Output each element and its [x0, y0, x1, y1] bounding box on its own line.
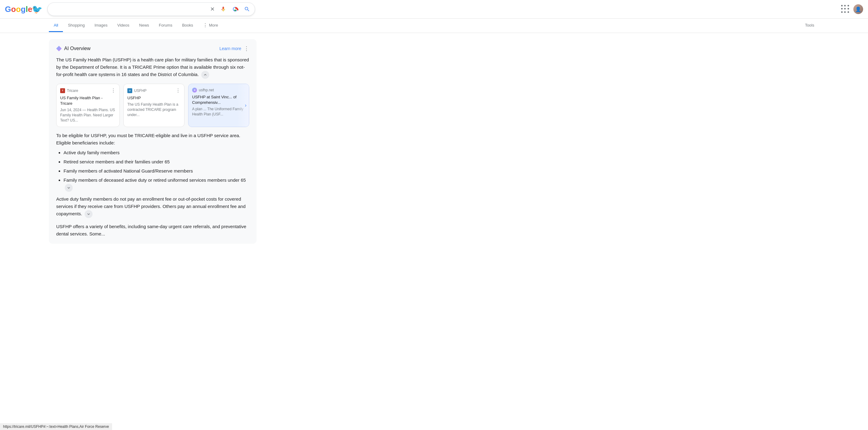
avatar-image: 👤 — [853, 4, 863, 14]
source-name-1: Tricare — [67, 89, 78, 93]
source-snippet-1: Jun 14, 2024 — Health Plans. US Family H… — [60, 108, 116, 123]
tab-tools[interactable]: Tools — [800, 19, 819, 32]
tab-images[interactable]: Images — [90, 19, 113, 32]
list-item-4: Family members of deceased active duty o… — [64, 177, 249, 192]
tab-news[interactable]: News — [134, 19, 154, 32]
google-logo-link[interactable]: Google — [5, 5, 32, 14]
logo-l: l — [26, 5, 28, 14]
source-card-usfhpnet[interactable]: ✦ usfhp.net USFHP at Saint Vinc... of Co… — [188, 84, 249, 127]
tab-books[interactable]: Books — [177, 19, 198, 32]
tab-all[interactable]: All — [49, 19, 63, 32]
list-item-3: Family members of activated National Gua… — [64, 167, 249, 175]
doodle-bird: 🐦 — [32, 4, 42, 14]
ai-benefits-paragraph: USFHP offers a variety of benefits, incl… — [56, 223, 249, 238]
collapse-eligibility-button[interactable] — [65, 184, 73, 192]
source-card-header-3: ✦ usfhp.net — [192, 88, 245, 93]
ai-more-options-button[interactable]: ⋮ — [244, 45, 249, 52]
ai-intro-text-content: The US Family Health Plan (USFHP) is a h… — [56, 57, 249, 77]
chevron-up-icon — [203, 72, 208, 77]
google-lens-icon — [232, 6, 239, 12]
tab-more[interactable]: ⋮ More — [198, 19, 223, 33]
ai-overview-title: AI Overview — [56, 46, 90, 51]
source-info-2: U USFHP — [127, 88, 147, 93]
source-card-tricare[interactable]: T Tricare ⋮ US Family Health Plan - Tric… — [56, 84, 120, 127]
collapse-active-duty-button[interactable] — [85, 210, 93, 218]
ai-active-duty-paragraph: Active duty family members do not pay an… — [56, 195, 249, 218]
eligibility-intro-text: To be eligible for USFHP, you must be TR… — [56, 133, 240, 145]
header-right: 👤 — [840, 4, 863, 15]
source-name-2: USFHP — [134, 89, 147, 93]
list-item-2: Retired service members and their famili… — [64, 158, 249, 165]
card-options-icon-2[interactable]: ⋮ — [176, 88, 181, 93]
source-info-1: T Tricare — [60, 88, 78, 93]
search-submit-button[interactable] — [243, 5, 251, 13]
apps-button[interactable] — [840, 4, 851, 15]
learn-more-button[interactable]: Learn more — [219, 46, 241, 51]
list-item-4-text: Family members of deceased active duty o… — [64, 178, 246, 183]
source-snippet-3: A plan ... The Uniformed Family Health P… — [192, 106, 245, 117]
ai-overview-actions: Learn more ⋮ — [219, 45, 249, 52]
ai-overview-header: AI Overview Learn more ⋮ — [56, 45, 249, 52]
source-card-header-2: U USFHP ⋮ — [127, 88, 181, 93]
source-info-3: ✦ usfhp.net — [192, 88, 214, 93]
lens-search-button[interactable] — [230, 5, 240, 14]
main-content: AI Overview Learn more ⋮ The US Family H… — [0, 33, 868, 256]
tab-shopping[interactable]: Shopping — [63, 19, 90, 32]
logo-g: G — [5, 5, 11, 14]
source-snippet-2: The US Family Health Plan is a contracte… — [127, 102, 181, 117]
usfhpnet-favicon: ✦ — [192, 88, 197, 93]
results-column: AI Overview Learn more ⋮ The US Family H… — [49, 39, 256, 250]
collapse-intro-button[interactable] — [201, 71, 209, 79]
clear-icon: ✕ — [210, 6, 215, 12]
search-bar-container: what is us family health plan ✕ — [47, 2, 255, 16]
nav-tabs: All Shopping Images Videos News Forums B… — [0, 19, 868, 33]
source-title-3: USFHP at Saint Vinc... of Comprehensiv..… — [192, 94, 245, 105]
avatar[interactable]: 👤 — [853, 4, 863, 14]
logo-o2: o — [16, 5, 21, 14]
ai-eligibility: To be eligible for USFHP, you must be TR… — [56, 132, 249, 192]
source-title-1: US Family Health Plan - Tricare — [60, 95, 116, 106]
source-title-2: USFHP — [127, 95, 181, 101]
logo-g2: g — [21, 5, 26, 14]
source-cards: T Tricare ⋮ US Family Health Plan - Tric… — [56, 84, 249, 127]
chevron-down-icon-2 — [86, 212, 91, 217]
ai-intro-text: The US Family Health Plan (USFHP) is a h… — [56, 56, 249, 79]
header: Google 🐦 what is us family health plan ✕ — [0, 0, 868, 19]
source-card-usfhp[interactable]: U USFHP ⋮ USFHP The US Family Health Pla… — [123, 84, 184, 127]
chevron-down-icon — [66, 185, 71, 190]
source-name-3: usfhp.net — [199, 88, 214, 92]
logo-area: Google 🐦 — [5, 4, 42, 14]
ai-diamond-icon — [56, 46, 62, 51]
mic-icon — [220, 6, 226, 12]
tab-more-label: More — [209, 23, 218, 28]
eligibility-list: Active duty family members Retired servi… — [56, 149, 249, 192]
tricare-favicon: T — [60, 88, 65, 93]
ai-overview: AI Overview Learn more ⋮ The US Family H… — [49, 39, 256, 244]
ai-overview-title-text: AI Overview — [64, 46, 90, 51]
clear-button[interactable]: ✕ — [209, 5, 216, 14]
apps-grid-icon — [841, 5, 850, 13]
svg-point-1 — [234, 9, 236, 11]
ai-benefits-text: USFHP offers a variety of benefits, incl… — [56, 224, 246, 236]
usfhp-favicon: U — [127, 88, 132, 93]
voice-search-button[interactable] — [219, 5, 227, 13]
search-icon — [244, 6, 250, 12]
source-card-header-1: T Tricare ⋮ — [60, 88, 116, 93]
card-arrow-icon: › — [245, 102, 246, 108]
search-icons: ✕ — [209, 5, 251, 14]
more-dots-icon: ⋮ — [203, 22, 208, 28]
list-item-1: Active duty family members — [64, 149, 249, 156]
tab-forums[interactable]: Forums — [154, 19, 177, 32]
logo-o1: o — [11, 5, 16, 14]
card-options-icon-1[interactable]: ⋮ — [111, 88, 116, 93]
tab-videos[interactable]: Videos — [113, 19, 134, 32]
